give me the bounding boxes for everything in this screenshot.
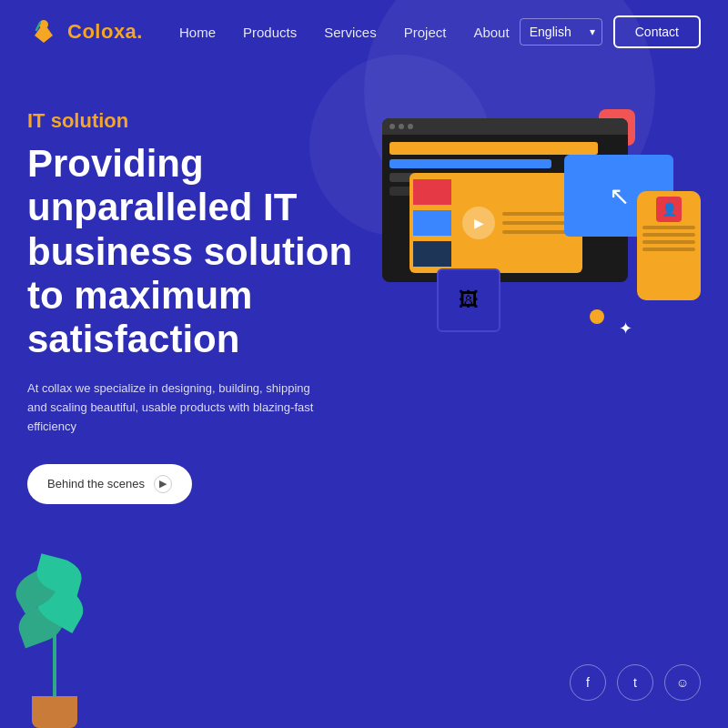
language-select[interactable]: English French Spanish xyxy=(520,18,602,46)
svg-point-0 xyxy=(39,20,48,29)
video-block-red xyxy=(413,179,451,205)
twitter-icon: t xyxy=(633,675,637,690)
nav-products[interactable]: Products xyxy=(243,25,297,40)
dot-1 xyxy=(389,124,395,129)
screen-bar-2 xyxy=(389,159,551,168)
arrow-icon: ▶ xyxy=(154,475,172,493)
cta-label: Behind the scenes xyxy=(47,477,145,490)
phone-line-4 xyxy=(642,248,695,251)
phone-line-2 xyxy=(642,233,695,237)
video-block-dark xyxy=(413,241,451,267)
cursor-icon: ↖ xyxy=(609,181,630,211)
nav-right: English French Spanish Contact xyxy=(520,15,701,48)
screen-bar-1 xyxy=(389,142,598,155)
video-block-blue xyxy=(413,210,451,236)
video-left-blocks xyxy=(410,173,455,273)
twitter-button[interactable]: t xyxy=(617,664,653,701)
illustration-container: ✳ xyxy=(355,73,701,419)
hero-section: IT solution Providing unparalleled IT bu… xyxy=(0,64,728,504)
hero-subtitle: IT solution xyxy=(27,109,355,133)
logo[interactable]: Coloxa. xyxy=(27,15,143,48)
play-icon: ▶ xyxy=(462,207,495,239)
cta-button[interactable]: Behind the scenes ▶ xyxy=(27,464,192,504)
nav-about[interactable]: About xyxy=(473,25,509,40)
image-card: 🖼 xyxy=(437,268,500,332)
social-icons: f t ☺ xyxy=(570,664,701,701)
language-selector-wrapper[interactable]: English French Spanish xyxy=(520,18,602,46)
phone-line-3 xyxy=(642,240,695,244)
phone-element: 👤 xyxy=(637,191,701,300)
hero-content: IT solution Providing unparalleled IT bu… xyxy=(27,91,355,504)
phone-line-1 xyxy=(642,226,695,229)
nav-services[interactable]: Services xyxy=(324,25,377,40)
plant-pot xyxy=(32,696,77,728)
facebook-button[interactable]: f xyxy=(570,664,606,701)
orange-dot xyxy=(590,309,604,324)
cross-symbol: ✦ xyxy=(619,318,632,339)
instagram-button[interactable]: ☺ xyxy=(664,664,701,701)
nav-links: Home Products Services Project About xyxy=(179,25,520,40)
nav-home[interactable]: Home xyxy=(179,25,216,40)
hero-description: At collax we specialize in designing, bu… xyxy=(27,379,318,436)
phone-avatar: 👤 xyxy=(656,197,682,222)
hero-illustration: ✳ xyxy=(355,73,701,419)
logo-icon xyxy=(27,15,60,48)
plant-decoration xyxy=(0,564,109,728)
bottom-area: f t ☺ xyxy=(0,564,728,728)
instagram-icon: ☺ xyxy=(676,675,689,690)
screen-dots xyxy=(382,118,628,135)
plant-stem xyxy=(53,628,56,701)
video-card: ▶ xyxy=(410,173,582,273)
hero-title: Providing unparalleled IT business solut… xyxy=(27,142,355,361)
contact-button[interactable]: Contact xyxy=(613,15,701,48)
logo-text: Coloxa. xyxy=(67,20,143,44)
navbar: Coloxa. Home Products Services Project A… xyxy=(0,0,728,64)
dot-3 xyxy=(408,124,413,129)
facebook-icon: f xyxy=(586,675,590,690)
dot-2 xyxy=(399,124,404,129)
nav-project[interactable]: Project xyxy=(404,25,447,40)
